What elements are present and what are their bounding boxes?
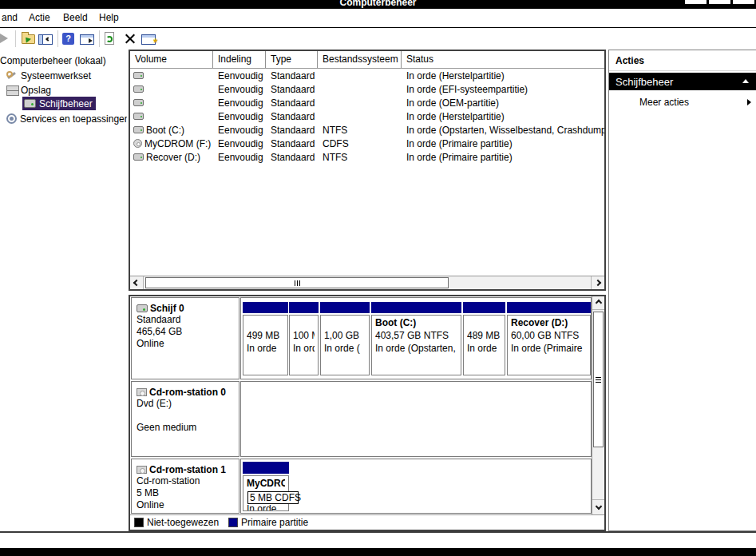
partition-color-bar <box>371 302 461 313</box>
partition-cell-recover[interactable]: Recover (D:) 60,00 GB NTFS In orde (Prim… <box>507 302 591 375</box>
column-header-bestandssysteem[interactable]: Bestandssysteem <box>318 51 402 68</box>
tools-icon <box>6 70 18 81</box>
maximize-button[interactable] <box>709 0 730 4</box>
partition-color-bar <box>507 302 591 313</box>
partition-color-bar <box>243 462 289 474</box>
volume-row-mycdrom[interactable]: MyCDROM (F:) Eenvoudig Standaard CDFS In… <box>130 137 604 150</box>
play-glyph <box>89 38 93 43</box>
tree-item-schijfbeheer[interactable]: Schijfbeheer <box>22 97 96 110</box>
cd-drive-icon <box>137 388 147 396</box>
volume-row[interactable]: Eenvoudig Standaard In orde (EFI-systeem… <box>130 82 604 96</box>
column-header-indeling[interactable]: Indeling <box>213 51 266 68</box>
column-header-volume[interactable]: Volume <box>130 51 213 68</box>
volume-row[interactable]: Eenvoudig Standaard In orde (Herstelpart… <box>130 69 604 82</box>
column-header-type[interactable]: Type <box>266 51 318 68</box>
help-icon[interactable]: ? <box>62 33 74 45</box>
volume-row-boot[interactable]: Boot (C:) Eenvoudig Standaard NTFS In or… <box>130 123 604 137</box>
legend-swatch-unallocated <box>134 518 144 527</box>
action-pane-icon[interactable] <box>80 34 94 45</box>
forward-arrow-head <box>0 34 8 43</box>
volume-list-panel: Volume Indeling Type Bestandssysteem Sta… <box>129 50 606 291</box>
scroll-down-icon[interactable] <box>592 499 604 513</box>
forward-icon[interactable] <box>0 29 11 50</box>
menu-item-actie[interactable]: Actie <box>29 12 50 23</box>
properties-icon[interactable]: * <box>141 34 156 45</box>
close-button[interactable] <box>733 0 754 4</box>
drive-icon <box>133 85 144 93</box>
partition-cell-boot[interactable]: Boot (C:) 403,57 GB NTFS In orde (Opstar… <box>371 302 461 375</box>
horizontal-scrollbar[interactable] <box>130 276 604 289</box>
up-level-icon[interactable] <box>22 34 35 44</box>
tree-item-label: Services en toepassingen <box>20 113 127 125</box>
scrollbar-thumb[interactable] <box>593 312 604 447</box>
tree-item-label: Systeemwerkset <box>21 70 91 81</box>
menu-item-bestand[interactable]: and <box>2 12 18 23</box>
minimize-button[interactable] <box>685 0 707 4</box>
partition-color-bar <box>289 302 319 313</box>
partition-color-bar <box>463 302 505 313</box>
disk-label-cdrom1[interactable]: Cd-rom-station 1 Cd-rom-station 5 MB Onl… <box>131 459 239 514</box>
refresh-icon[interactable] <box>105 32 114 45</box>
desktop-strip <box>0 531 756 548</box>
window-titlebar: Computerbeheer <box>0 0 756 9</box>
disk-label-cdrom0[interactable]: Cd-rom-station 0 Dvd (E:) Geen medium <box>131 381 239 457</box>
drive-icon <box>133 72 144 79</box>
computer-management-window: Computerbeheer and Actie Beeld Help ? <box>0 0 756 556</box>
volume-row[interactable]: Eenvoudig Standaard In orde (Herstelpart… <box>130 109 604 123</box>
scroll-up-icon[interactable] <box>592 296 604 310</box>
partition-legend: Niet-toegewezen Primaire partitie <box>130 514 604 530</box>
disk-label-schijf0[interactable]: Schijf 0 Standaard 465,64 GB Online <box>131 297 239 379</box>
disk-region-schijf0: 499 MB In orde 100 MB In orde 1,00 GB In… <box>240 297 592 379</box>
tree-item-opslag[interactable]: Opslag <box>6 83 51 97</box>
menu-item-beeld[interactable]: Beeld <box>63 12 88 23</box>
submenu-arrow-icon <box>747 99 751 105</box>
scrollbar-thumb[interactable] <box>145 277 449 288</box>
legend-label: Primaire partitie <box>241 517 308 528</box>
tree-item-label: Schijfbeheer <box>39 98 93 109</box>
partition-cell[interactable]: 489 MB In orde <box>463 302 505 375</box>
console-tree-icon[interactable] <box>38 34 53 45</box>
up-arrow-glyph <box>23 35 31 43</box>
actions-section-schijfbeheer[interactable]: Schijfbeheer <box>609 73 756 90</box>
tree-item-systeemwerkset[interactable]: Systeemwerkset <box>6 69 91 82</box>
window-controls <box>685 0 754 4</box>
toolbar-separator <box>15 30 16 47</box>
drive-icon <box>133 126 144 133</box>
column-header-status[interactable]: Status <box>402 51 604 68</box>
drive-icon <box>133 113 144 120</box>
storage-icon <box>6 85 18 95</box>
volume-list-header: Volume Indeling Type Bestandssysteem Sta… <box>130 51 604 69</box>
volume-row[interactable]: Eenvoudig Standaard In orde (OEM-partiti… <box>130 96 604 109</box>
delete-icon[interactable] <box>123 32 137 46</box>
partition-color-bar <box>320 302 370 313</box>
tree-item-label: Opslag <box>21 85 51 96</box>
tree-item-services[interactable]: Services en toepassingen <box>6 112 127 125</box>
partition-cell[interactable]: 499 MB In orde <box>243 302 288 375</box>
window-title: Computerbeheer <box>0 0 756 8</box>
tree-item-computerbeheer[interactable]: Computerbeheer (lokaal) <box>0 54 106 67</box>
separator <box>609 70 756 71</box>
volume-row-recover[interactable]: Recover (D:) Eenvoudig Standaard NTFS In… <box>130 150 604 164</box>
disk-region-cdrom0[interactable] <box>240 381 592 457</box>
drive-icon <box>133 153 144 161</box>
partition-cell[interactable]: 1,00 GB In orde ( <box>320 302 370 375</box>
menu-item-help[interactable]: Help <box>99 12 119 23</box>
actions-item-meer-acties[interactable]: Meer acties <box>609 95 756 109</box>
console-tree-panel: Computerbeheer (lokaal) Systeemwerkset O… <box>0 50 127 531</box>
vertical-scrollbar[interactable] <box>592 296 604 514</box>
cd-drive-icon <box>137 466 147 474</box>
partition-color-bar <box>243 302 288 313</box>
partition-tooltip: 5 MB CDFS <box>247 491 299 504</box>
disk-region-cdrom1: MyCDROM In orde <box>240 459 592 514</box>
toolbar-separator <box>99 30 100 47</box>
drive-icon <box>133 99 144 106</box>
collapse-icon[interactable] <box>742 79 749 83</box>
scroll-left-icon[interactable] <box>130 276 144 289</box>
disk-graph-panel: Schijf 0 Standaard 465,64 GB Online 499 … <box>129 295 606 531</box>
disk-icon <box>24 99 36 108</box>
refresh-arrow-glyph <box>106 36 113 42</box>
scroll-right-icon[interactable] <box>591 276 604 289</box>
menu-bar: and Actie Beeld Help <box>0 9 756 28</box>
partition-cell[interactable]: 100 MB In orde <box>289 302 319 375</box>
taskbar <box>0 548 756 556</box>
